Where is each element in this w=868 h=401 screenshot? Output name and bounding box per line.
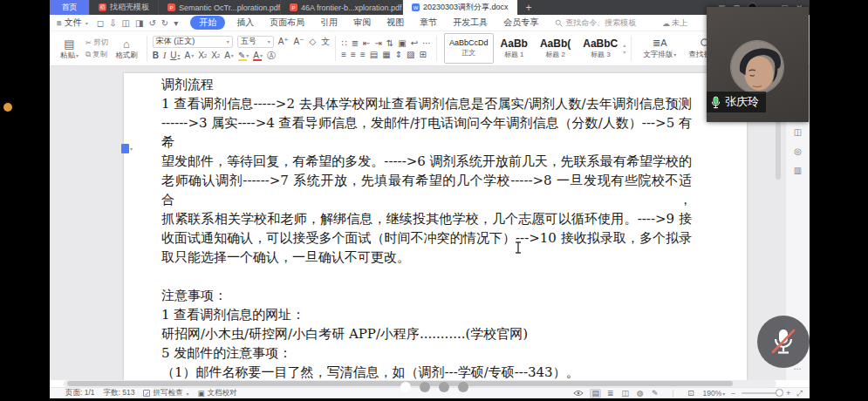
- phonetic-guide-icon[interactable]: 文: [321, 36, 330, 48]
- outline-view-icon[interactable]: ≣: [605, 389, 616, 398]
- quickbar-more-icon[interactable]: ▾: [174, 18, 178, 28]
- align-left-icon[interactable]: ≡: [341, 50, 346, 59]
- zoom-slider-knob[interactable]: [776, 389, 783, 397]
- line-spacing-icon[interactable]: ⇕: [395, 50, 402, 59]
- decrease-indent-icon[interactable]: ⇤: [363, 38, 370, 48]
- menu-developer[interactable]: 开发工具: [445, 17, 496, 29]
- font-color-button[interactable]: A▾: [253, 51, 263, 60]
- tab-docx-active[interactable]: W20230303调剂分享.docx: [403, 0, 518, 15]
- document-line: 1 查看调剂信息----->2 去具体学校网址查看调剂信息是否属实/调剂人数/去…: [161, 94, 692, 113]
- tab-home[interactable]: 首页: [50, 0, 90, 15]
- shading-icon[interactable]: ▨: [407, 50, 414, 59]
- fullscreen-icon[interactable]: ⤢: [796, 389, 803, 398]
- zoom-slider[interactable]: [742, 392, 780, 394]
- menu-view[interactable]: 视图: [379, 17, 412, 29]
- format-painter-button[interactable]: ⌂ 格式刷: [112, 37, 141, 60]
- styles-scroll[interactable]: ▴▾: [623, 33, 625, 64]
- tab-docer-templates[interactable]: 稻找稻壳模板: [90, 0, 159, 15]
- page-view-icon[interactable]: ▤: [590, 389, 601, 398]
- new-tab-button[interactable]: +: [518, 0, 540, 15]
- redo-icon[interactable]: ↻: [161, 18, 168, 28]
- font-group: 宋体 (正文)▾ 五号▾ A⁺A⁻◇文 B I U▾ A▾ X2 X2 A▾ ✎…: [153, 33, 331, 64]
- brush-icon: ⌂: [123, 37, 130, 51]
- clear-format-icon[interactable]: ◇: [310, 36, 317, 48]
- tab-pdf-semantic[interactable]: PSemantic OcTr...ploration.pdf: [159, 0, 281, 15]
- style-heading2[interactable]: AaBb(标题 2: [535, 33, 576, 64]
- para-more-icon[interactable]: ⋯: [422, 38, 431, 48]
- justify-icon[interactable]: ▤: [370, 50, 378, 59]
- align-center-icon[interactable]: ≡: [351, 50, 356, 59]
- highlight-color-button[interactable]: ✎▾: [238, 51, 249, 60]
- bold-button[interactable]: B: [153, 51, 159, 60]
- increase-indent-icon[interactable]: ⇥: [374, 38, 381, 48]
- font-name-select[interactable]: 宋体 (正文)▾: [153, 36, 233, 48]
- undo-icon[interactable]: ↺: [148, 18, 155, 28]
- read-mode-icon[interactable]: ◫: [619, 389, 631, 398]
- number-list-icon[interactable]: ≣: [352, 38, 359, 48]
- spellcheck-label: 拼写检查: [153, 388, 182, 398]
- mic-mute-button[interactable]: [757, 316, 810, 368]
- margin-comment-marker[interactable]: ▾: [121, 143, 133, 154]
- eye-protect-icon[interactable]: [573, 390, 584, 397]
- bullet-list-icon[interactable]: ∷: [341, 38, 346, 48]
- fit-window-icon[interactable]: ⊡: [685, 389, 696, 398]
- web-layout-icon[interactable]: ◍: [634, 389, 646, 398]
- menu-insert[interactable]: 插入: [229, 17, 262, 29]
- menu-membership[interactable]: 会员专享: [496, 17, 546, 29]
- sort-icon[interactable]: ⇅: [386, 38, 393, 48]
- style-heading3[interactable]: AaBbC标题 3: [578, 33, 623, 64]
- document-page[interactable]: 调剂流程1 查看调剂信息----->2 去具体学校网址查看调剂信息是否属实/调剂…: [124, 73, 747, 380]
- command-search[interactable]: 查找命令、搜索模板: [546, 17, 636, 29]
- shrink-font-icon[interactable]: A⁻: [294, 36, 304, 48]
- help-circle-icon[interactable]: ◎: [794, 146, 802, 156]
- copy-button[interactable]: ⧉复制: [85, 50, 108, 60]
- borders-icon[interactable]: ⊞: [420, 50, 427, 59]
- menu-references[interactable]: 引用: [312, 17, 345, 29]
- underline-button[interactable]: U▾: [170, 51, 180, 60]
- spellcheck-toggle[interactable]: ✓ 拼写检查 ▾: [143, 388, 188, 398]
- export-pdf-icon[interactable]: ⇩: [109, 18, 116, 28]
- share-page-dot[interactable]: [439, 382, 449, 392]
- style-normal[interactable]: AaBbCcDd正文: [444, 33, 494, 64]
- zoom-in-button[interactable]: +: [786, 389, 790, 398]
- align-right-icon[interactable]: ≡: [360, 50, 366, 59]
- tab-pdf-frontier[interactable]: P46A frontier-b...xploration.pdf: [281, 0, 403, 15]
- grow-font-icon[interactable]: A⁺: [278, 36, 289, 48]
- floating-annotation-dot[interactable]: [3, 103, 12, 112]
- char-effects-button[interactable]: A▾: [184, 51, 194, 60]
- cut-button[interactable]: ✂剪切: [85, 37, 108, 48]
- print-preview-icon[interactable]: ◨: [135, 18, 143, 28]
- char-scale-button[interactable]: A▾: [224, 51, 234, 60]
- paragraph-mark-icon[interactable]: ↩: [411, 38, 418, 48]
- share-page-dot[interactable]: [420, 382, 430, 392]
- notebook-icon[interactable]: ▥: [794, 166, 802, 175]
- menu-review[interactable]: 审阅: [345, 17, 379, 29]
- style-heading1[interactable]: AaBb标题 1: [496, 33, 533, 64]
- ink-mode-icon[interactable]: ✎: [649, 389, 660, 398]
- menu-home[interactable]: 开始: [190, 16, 225, 30]
- cjk-layout-icon[interactable]: ▣: [398, 38, 406, 48]
- italic-button[interactable]: I: [163, 51, 166, 60]
- menu-sections[interactable]: 章节: [412, 17, 445, 29]
- style-label: 正文: [461, 49, 475, 58]
- style-preview: AaBb: [501, 37, 528, 51]
- print-icon[interactable]: ◫: [122, 18, 130, 28]
- superscript-button[interactable]: X2: [198, 51, 207, 60]
- distribute-icon[interactable]: ▦: [382, 50, 390, 59]
- save-icon[interactable]: ◻: [97, 18, 104, 28]
- text-layout-button[interactable]: ≣A 文字排版▾: [637, 33, 682, 64]
- share-page-dot[interactable]: [458, 382, 468, 392]
- zoom-level[interactable]: 190%▾: [702, 389, 725, 398]
- font-size-select[interactable]: 五号▾: [237, 36, 274, 48]
- more-tools-icon[interactable]: ⋯: [794, 364, 803, 373]
- menu-page-layout[interactable]: 页面布局: [262, 17, 312, 29]
- participant-video-tile[interactable]: 张庆玲: [707, 7, 809, 122]
- subscript-button[interactable]: X2: [211, 51, 220, 60]
- proofread-button[interactable]: ▣ 文档校对: [197, 388, 236, 398]
- char-border-icon[interactable]: Ⓐ: [267, 50, 276, 62]
- printer-icon[interactable]: ◫: [794, 127, 802, 137]
- share-page-dot[interactable]: [400, 382, 411, 392]
- zoom-out-button[interactable]: −: [731, 389, 735, 398]
- file-menu[interactable]: ≡ 文件 ▾: [50, 17, 93, 29]
- paste-button[interactable]: ▤ 粘贴▾: [57, 37, 82, 60]
